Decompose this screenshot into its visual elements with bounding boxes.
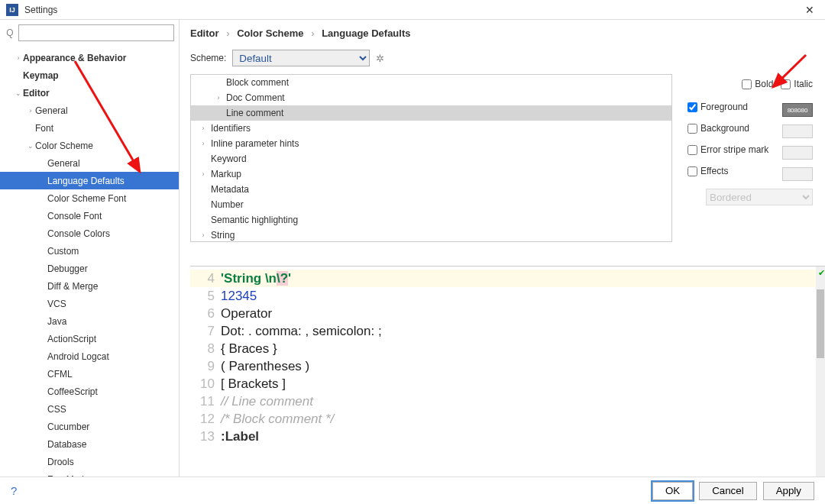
middle-pane: Block comment›Doc CommentLine comment›Id… bbox=[180, 74, 825, 263]
attribute-row[interactable]: Number bbox=[191, 197, 671, 212]
tree-item-label: Console Colors bbox=[47, 228, 110, 239]
attribute-row[interactable]: ›Markup bbox=[191, 166, 671, 182]
italic-checkbox[interactable]: Italic bbox=[781, 79, 813, 89]
chevron-right-icon: › bbox=[226, 27, 229, 39]
attribute-label: Identifiers bbox=[208, 123, 251, 134]
tree-item[interactable]: Diff & Merge bbox=[0, 277, 179, 295]
line-number: 10 bbox=[190, 375, 221, 393]
tree-item[interactable]: ⌄Color Scheme bbox=[0, 137, 179, 154]
scheme-row: Scheme: Default ✲ bbox=[180, 47, 825, 74]
tree-item[interactable]: Keymap bbox=[0, 66, 179, 84]
effects-checkbox[interactable]: Effects bbox=[688, 166, 728, 176]
style-options: Bold Italic Foreground 808080 Background… bbox=[672, 74, 825, 263]
tree-item[interactable]: Drools bbox=[0, 453, 179, 470]
attribute-label: Block comment bbox=[223, 77, 289, 88]
background-swatch[interactable] bbox=[782, 124, 813, 138]
effects-swatch[interactable] bbox=[782, 167, 813, 181]
tree-item-label: Color Scheme Font bbox=[47, 193, 126, 204]
line-number: 12 bbox=[190, 410, 221, 428]
tree-item[interactable]: Console Colors bbox=[0, 225, 179, 242]
breadcrumb: Editor › Color Scheme › Language Default… bbox=[180, 20, 825, 47]
tree-item-label: General bbox=[35, 105, 68, 116]
tree-item-label: Drools bbox=[47, 457, 74, 467]
attribute-row[interactable]: Line comment bbox=[191, 105, 671, 121]
tree-item-label: Diff & Merge bbox=[47, 281, 98, 292]
tree-item[interactable]: Console Font bbox=[0, 207, 179, 225]
tree-item[interactable]: FreeMarker bbox=[0, 470, 179, 477]
search-row: Q bbox=[0, 20, 179, 46]
breadcrumb-editor[interactable]: Editor bbox=[190, 27, 219, 39]
chevron-icon: ⌄ bbox=[14, 89, 23, 97]
attribute-row[interactable]: ›Doc Comment bbox=[191, 90, 671, 105]
scheme-select[interactable]: Default bbox=[232, 50, 370, 66]
search-input[interactable] bbox=[18, 24, 174, 41]
app-icon: IJ bbox=[6, 4, 18, 16]
attribute-label: Doc Comment bbox=[223, 92, 285, 103]
tree-item-label: FreeMarker bbox=[47, 474, 95, 477]
window-title: Settings bbox=[24, 5, 801, 15]
tree-item-label: Color Scheme bbox=[35, 141, 93, 151]
attribute-row[interactable]: Semantic highlighting bbox=[191, 212, 671, 228]
attribute-row[interactable]: Metadata bbox=[191, 182, 671, 197]
background-checkbox[interactable]: Background bbox=[688, 123, 749, 134]
attribute-row[interactable]: ›String bbox=[191, 228, 671, 242]
chevron-icon: ⌄ bbox=[26, 142, 35, 150]
warning-tick-icon: ✔ bbox=[818, 268, 825, 278]
tree-item[interactable]: Color Scheme Font bbox=[0, 189, 179, 207]
attribute-row[interactable]: ›Inline parameter hints bbox=[191, 136, 671, 151]
tree-item[interactable]: Java bbox=[0, 312, 179, 330]
line-number: 8 bbox=[190, 340, 221, 357]
tree-item[interactable]: Database bbox=[0, 435, 179, 453]
tree-item[interactable]: ›General bbox=[0, 102, 179, 119]
sidebar: Q ›Appearance & BehaviorKeymap⌄Editor›Ge… bbox=[0, 20, 180, 477]
settings-tree[interactable]: ›Appearance & BehaviorKeymap⌄Editor›Gene… bbox=[0, 46, 179, 477]
tree-item[interactable]: ⌄Editor bbox=[0, 84, 179, 102]
content-pane: Editor › Color Scheme › Language Default… bbox=[180, 20, 825, 477]
tree-item[interactable]: CSS bbox=[0, 400, 179, 418]
preview-scrollbar[interactable]: ✔ bbox=[816, 267, 825, 477]
attribute-label: Markup bbox=[208, 169, 241, 179]
tree-item[interactable]: General bbox=[0, 154, 179, 172]
tree-item-label: Custom bbox=[47, 246, 79, 257]
tree-item-label: CoffeeScript bbox=[47, 386, 98, 397]
cancel-button[interactable]: Cancel bbox=[699, 482, 757, 500]
scrollbar-thumb[interactable] bbox=[817, 289, 824, 358]
attribute-label: Semantic highlighting bbox=[208, 215, 298, 225]
chevron-icon: › bbox=[14, 54, 23, 62]
tree-item[interactable]: Language Defaults bbox=[0, 172, 179, 189]
close-icon[interactable]: ✕ bbox=[801, 4, 819, 16]
tree-item[interactable]: VCS bbox=[0, 295, 179, 312]
attribute-row[interactable]: Block comment bbox=[191, 75, 671, 90]
attribute-label: Line comment bbox=[223, 108, 283, 118]
preview-wrap: 4'String \n\?' 512345 6Operator 7Dot: . … bbox=[190, 266, 825, 477]
tree-item[interactable]: ›Appearance & Behavior bbox=[0, 49, 179, 66]
foreground-swatch[interactable]: 808080 bbox=[782, 103, 813, 117]
gear-icon[interactable]: ✲ bbox=[376, 53, 384, 64]
tree-item[interactable]: CoffeeScript bbox=[0, 383, 179, 400]
apply-button[interactable]: Apply bbox=[763, 482, 814, 500]
foreground-checkbox[interactable]: Foreground bbox=[688, 102, 748, 112]
ok-button[interactable]: OK bbox=[652, 482, 693, 500]
attribute-list[interactable]: Block comment›Doc CommentLine comment›Id… bbox=[190, 74, 672, 242]
tree-item[interactable]: Debugger bbox=[0, 260, 179, 277]
breadcrumb-color-scheme[interactable]: Color Scheme bbox=[237, 27, 303, 39]
tree-item[interactable]: Custom bbox=[0, 242, 179, 260]
tree-item-label: VCS bbox=[47, 299, 66, 309]
tree-item[interactable]: Cucumber bbox=[0, 418, 179, 435]
tree-item[interactable]: Android Logcat bbox=[0, 347, 179, 365]
tree-item[interactable]: CFML bbox=[0, 365, 179, 383]
tree-item-label: Java bbox=[47, 316, 66, 327]
code-preview[interactable]: 4'String \n\?' 512345 6Operator 7Dot: . … bbox=[190, 267, 825, 448]
chevron-icon: › bbox=[199, 170, 208, 178]
stripe-swatch[interactable] bbox=[782, 146, 813, 160]
tree-item-label: Editor bbox=[23, 88, 50, 99]
stripe-checkbox[interactable]: Error stripe mark bbox=[688, 144, 768, 155]
attribute-row[interactable]: ›Identifiers bbox=[191, 121, 671, 136]
tree-item-label: Appearance & Behavior bbox=[23, 53, 126, 63]
attribute-row[interactable]: Keyword bbox=[191, 151, 671, 166]
breadcrumb-language-defaults: Language Defaults bbox=[322, 27, 410, 39]
bold-checkbox[interactable]: Bold bbox=[742, 79, 773, 89]
tree-item[interactable]: ActionScript bbox=[0, 330, 179, 347]
tree-item[interactable]: Font bbox=[0, 119, 179, 137]
help-icon[interactable]: ? bbox=[11, 484, 17, 497]
